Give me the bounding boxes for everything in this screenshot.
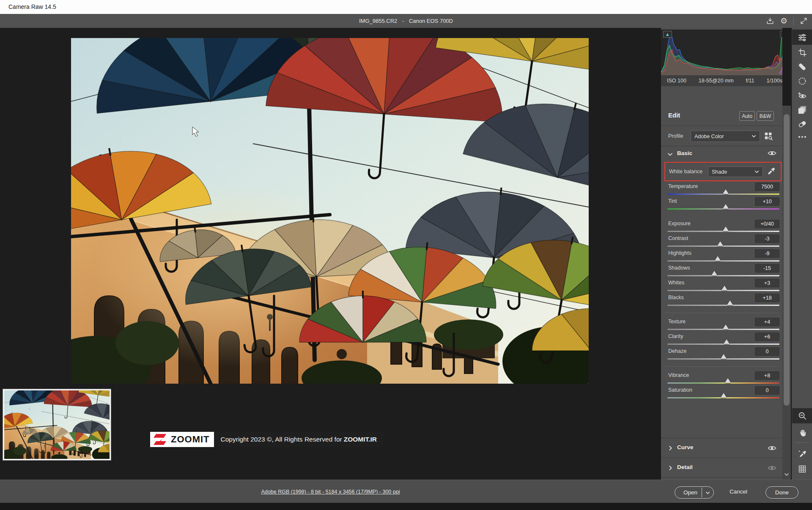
zoom-tool-icon[interactable]	[792, 408, 812, 423]
curve-title: Curve	[677, 444, 693, 450]
blacks-value[interactable]: +18	[755, 294, 779, 302]
edit-header: Edit Auto B&W	[661, 106, 782, 126]
window-titlebar: Camera Raw 14.5	[0, 0, 812, 14]
saturation-value[interactable]: 0	[755, 386, 779, 395]
tint-slider-track[interactable]	[667, 208, 779, 210]
bw-button[interactable]: B&W	[757, 111, 774, 121]
filmstrip-thumbnail[interactable]	[3, 389, 111, 461]
white-balance-dropdown[interactable]: Shade	[708, 166, 763, 177]
vibrance-value[interactable]: +8	[755, 371, 779, 380]
shadows-label: Shadows	[668, 265, 690, 271]
saturation-slider-thumb[interactable]	[721, 393, 727, 398]
clarity-value[interactable]: +6	[755, 333, 779, 341]
exposure-slider-thumb[interactable]	[723, 226, 729, 231]
shadows-value[interactable]: -15	[755, 264, 779, 273]
profile-chevron-down-icon	[752, 134, 756, 139]
curve-eye-icon[interactable]	[768, 445, 776, 451]
temperature-slider-track[interactable]	[667, 194, 779, 195]
more-options-icon[interactable]	[792, 129, 812, 145]
edit-tool-icon[interactable]	[792, 30, 812, 45]
dehaze-slider-track[interactable]	[667, 358, 779, 360]
wb-eyedropper-icon[interactable]	[767, 167, 776, 176]
done-button[interactable]: Done	[765, 486, 798, 499]
main-photo[interactable]	[71, 38, 589, 384]
blacks-slider-thumb[interactable]	[727, 300, 733, 305]
bottom-bar: Adobe RGB (1998) - 8 bit - 5184 x 3456 (…	[0, 480, 812, 503]
tint-slider-thumb[interactable]	[723, 204, 729, 209]
workflow-options[interactable]: Adobe RGB (1998) - 8 bit - 5184 x 3456 (…	[0, 480, 661, 503]
slider-groups: Temperature7500Tint+10Exposure+0/40Contr…	[661, 183, 782, 401]
copyright-brand: ZOOMIT.IR	[344, 436, 377, 443]
edit-panel: ▲ ▲ ISO 100 18-55@20 mm f/11 1/100s Edit…	[661, 28, 782, 480]
presets-tool-icon[interactable]	[792, 102, 812, 117]
save-image-icon[interactable]	[766, 17, 774, 25]
contrast-slider-track[interactable]	[667, 245, 779, 247]
section-curve[interactable]: Curve	[661, 438, 782, 458]
auto-button[interactable]: Auto	[739, 111, 755, 121]
tint-label: Tint	[668, 198, 677, 204]
whites-slider-thumb[interactable]	[721, 286, 727, 290]
highlights-slider-track[interactable]	[667, 260, 779, 262]
hand-tool-icon[interactable]	[792, 425, 812, 440]
cancel-button[interactable]: Cancel	[730, 488, 747, 495]
exposure-slider-track[interactable]	[667, 231, 779, 232]
scroll-down-icon[interactable]	[784, 472, 789, 477]
texture-value[interactable]: +4	[755, 318, 779, 326]
blacks-slider-track[interactable]	[667, 305, 779, 306]
shadows-slider-thumb[interactable]	[711, 271, 717, 275]
shadows-slider-track[interactable]	[667, 275, 779, 276]
basic-eye-icon[interactable]	[768, 150, 776, 156]
vibrance-label: Vibrance	[668, 372, 689, 378]
whites-label: Whites	[668, 280, 684, 286]
slider-group-gap	[661, 308, 782, 318]
detail-title: Detail	[677, 464, 693, 470]
basic-section-header[interactable]: Basic	[661, 147, 782, 161]
highlights-label: Highlights	[668, 250, 691, 256]
highlights-value[interactable]: -9	[755, 249, 779, 258]
chevron-right-icon	[668, 445, 673, 451]
vibrance-slider-thumb[interactable]	[725, 378, 731, 383]
open-button[interactable]: Open	[675, 486, 714, 499]
contrast-slider-thumb[interactable]	[717, 241, 723, 246]
temperature-value[interactable]: 7500	[755, 183, 779, 191]
tint-value[interactable]: +10	[755, 197, 779, 206]
open-chevron-down-icon[interactable]	[705, 491, 710, 495]
basic-title: Basic	[677, 150, 692, 156]
vibrance-slider-track[interactable]	[667, 382, 779, 384]
fullscreen-icon[interactable]	[800, 17, 808, 25]
texture-slider-track[interactable]	[667, 329, 779, 330]
white-balance-tool-icon[interactable]	[792, 446, 812, 461]
detail-eye-icon[interactable]	[768, 465, 776, 471]
dehaze-slider-thumb[interactable]	[721, 354, 727, 359]
shadow-clipping-toggle[interactable]: ▲	[663, 31, 672, 38]
contrast-label: Contrast	[668, 235, 688, 241]
red-eye-tool-icon[interactable]	[792, 88, 812, 103]
contrast-value[interactable]: -3	[755, 235, 779, 243]
grid-overlay-icon[interactable]	[792, 461, 812, 477]
scrollbar-thumb[interactable]	[784, 114, 790, 406]
section-detail[interactable]: Detail	[661, 458, 782, 477]
clarity-slider-thumb[interactable]	[724, 339, 730, 344]
healing-tool-icon[interactable]	[792, 59, 812, 74]
whites-value[interactable]: +3	[755, 279, 779, 287]
masking-tool-icon[interactable]	[792, 74, 812, 89]
crop-tool-icon[interactable]	[792, 45, 812, 60]
image-canvas[interactable]: ZOOMIT Copyright 2023 ©, All Rights Rese…	[0, 28, 661, 461]
clarity-slider-track[interactable]	[667, 344, 779, 345]
profile-browser-icon[interactable]	[764, 131, 773, 141]
temperature-slider-thumb[interactable]	[723, 189, 729, 194]
white-balance-highlight-box: White balance Shade	[664, 162, 782, 181]
exposure-value[interactable]: +0/40	[755, 220, 779, 228]
edit-title: Edit	[668, 112, 680, 119]
white-balance-value: Shade	[712, 169, 727, 175]
texture-slider-thumb[interactable]	[723, 325, 729, 329]
dehaze-value[interactable]: 0	[755, 347, 779, 356]
preferences-gear-icon[interactable]: ⚙	[780, 17, 787, 25]
watermark-copyright: Copyright 2023 ©, All Rights Reserved fo…	[214, 432, 384, 447]
slider-row-exposure: Exposure+0/40	[661, 220, 782, 235]
watermark-logo: ZOOMIT	[150, 432, 214, 447]
highlights-slider-thumb[interactable]	[715, 256, 721, 261]
profile-dropdown[interactable]: Adobe Color	[691, 131, 760, 142]
saturation-slider-track[interactable]	[667, 397, 779, 398]
whites-slider-track[interactable]	[667, 290, 779, 291]
